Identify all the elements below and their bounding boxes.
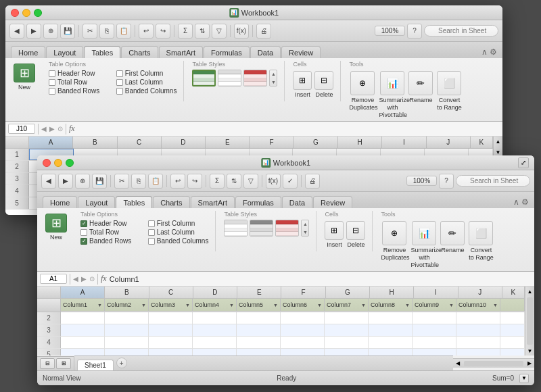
tab-smartart-front[interactable]: SmartArt <box>191 196 235 208</box>
toolbar-btn-print[interactable]: 🖨 <box>256 24 271 39</box>
checkbox-last-col-front[interactable]: Last Column <box>148 228 209 236</box>
nav-left-front[interactable]: ◀ <box>73 275 78 283</box>
col-a-back[interactable]: A <box>29 137 73 148</box>
traffic-lights-front[interactable] <box>43 159 74 167</box>
toolbar-btn-sum[interactable]: Σ <box>178 24 193 39</box>
tab-smartart-back[interactable]: SmartArt <box>159 46 203 58</box>
col-f-front[interactable]: F <box>281 287 325 298</box>
summarize-btn-back[interactable]: 📊 Summarize with PivotTable <box>379 71 406 118</box>
styles-scroll-front[interactable]: ▲ ▼ <box>301 220 309 237</box>
col-f-back[interactable]: F <box>250 137 293 148</box>
col-c-back[interactable]: C <box>118 137 162 148</box>
delete-btn-front[interactable]: ⊟ Delete <box>346 221 365 248</box>
toolbar-btn-undo[interactable]: ↩ <box>139 24 154 39</box>
col-filter-3-front[interactable]: Column3▼ <box>149 299 193 311</box>
col-e-back[interactable]: E <box>206 137 250 148</box>
style-swatch-3-back[interactable] <box>243 70 267 87</box>
tab-tables-back[interactable]: Tables <box>84 46 120 58</box>
style-swatch-1-back[interactable] <box>192 70 216 87</box>
nav-left-back[interactable]: ◀ <box>41 125 47 132</box>
minimize-button-front[interactable] <box>54 159 62 167</box>
ribbon-collapse-front[interactable]: ∧ <box>513 197 519 207</box>
tab-charts-back[interactable]: Charts <box>121 46 158 58</box>
tab-home-front[interactable]: Home <box>43 196 77 208</box>
traffic-lights-back[interactable] <box>11 9 42 17</box>
checkbox-banded-cols-back[interactable]: Banded Columns <box>116 87 177 95</box>
col-filter-1-front[interactable]: Column1▼ <box>61 299 105 311</box>
formula-input-back[interactable] <box>78 125 500 133</box>
convert-btn-back[interactable]: ⬜ Convert to Range <box>436 71 463 112</box>
col-filter-7-front[interactable]: Column7▼ <box>325 299 369 311</box>
col-filter-6-front[interactable]: Column6▼ <box>281 299 325 311</box>
style-swatch-2-front[interactable] <box>250 220 273 237</box>
col-filter-4-front[interactable]: Column4▼ <box>193 299 237 311</box>
checkbox-total-row-back[interactable]: Total Row <box>49 78 110 86</box>
nav-circle-front[interactable]: ⊙ <box>89 275 95 283</box>
toolbar-btn-fundo[interactable]: ↩ <box>170 174 185 189</box>
col-d-back[interactable]: D <box>162 137 206 148</box>
formula-input-front[interactable] <box>110 275 532 283</box>
col-e-front[interactable]: E <box>237 287 281 298</box>
add-sheet-btn-front[interactable]: + <box>116 358 127 368</box>
search-input-front[interactable] <box>456 175 530 187</box>
rename-btn-front[interactable]: ✏ Rename <box>440 221 465 254</box>
col-j-front[interactable]: J <box>458 287 502 298</box>
col-filter-10-front[interactable]: Column10▼ <box>456 299 500 311</box>
scrollbar-h-front[interactable]: ◀ ▶ <box>453 358 534 368</box>
col-k-back[interactable]: K <box>471 137 493 148</box>
toolbar-btn-formula[interactable]: f(x) <box>234 24 249 39</box>
col-b-front[interactable]: B <box>105 287 149 298</box>
col-filter-8-front[interactable]: Column8▼ <box>369 299 413 311</box>
status-dropdown-front[interactable]: ▼ <box>519 374 529 383</box>
ribbon-options-front[interactable]: ⚙ <box>521 197 529 207</box>
checkbox-header-row-front[interactable]: ✓ Header Row <box>80 220 141 227</box>
maximize-button-back[interactable] <box>34 9 42 17</box>
nav-right-back[interactable]: ▶ <box>49 125 55 132</box>
formula-fx-back[interactable]: fx <box>69 124 75 134</box>
toolbar-btn-f3[interactable]: ⊕ <box>75 174 90 189</box>
col-h-front[interactable]: H <box>370 287 414 298</box>
toolbar-btn-copy[interactable]: ⎘ <box>99 24 114 39</box>
new-button-front[interactable]: ⊞ New <box>45 214 67 241</box>
new-button-back[interactable]: ⊞ New <box>14 64 35 91</box>
scroll-up-back[interactable]: ▲ <box>494 137 502 146</box>
toolbar-btn-2[interactable]: ▶ <box>26 24 41 39</box>
view-normal-btn-front[interactable]: ⊟ <box>40 358 55 369</box>
maximize-button-front[interactable] <box>66 159 74 167</box>
checkbox-banded-rows-back[interactable]: Banded Rows <box>49 87 110 95</box>
scroll-right-front[interactable]: ▶ <box>525 359 534 368</box>
toolbar-btn-fcheckmark[interactable]: ✓ <box>283 174 298 189</box>
col-filter-9-front[interactable]: Column9▼ <box>413 299 456 311</box>
style-swatch-2-back[interactable] <box>218 70 241 87</box>
col-b-back[interactable]: B <box>73 137 117 148</box>
help-btn-front[interactable]: ? <box>439 174 454 189</box>
toolbar-btn-redo[interactable]: ↪ <box>156 24 170 39</box>
col-j-back[interactable]: J <box>427 137 471 148</box>
toolbar-btn-fsave[interactable]: 💾 <box>92 174 107 189</box>
toolbar-btn-fredo[interactable]: ↪ <box>187 174 202 189</box>
col-filter-2-front[interactable]: Column2▼ <box>105 299 149 311</box>
scrollbar-v-front[interactable]: ▲ ▼ <box>525 287 534 356</box>
col-g-back[interactable]: G <box>294 137 338 148</box>
nav-right-front[interactable]: ▶ <box>81 275 87 283</box>
tab-home-back[interactable]: Home <box>11 46 45 58</box>
toolbar-btn-fsort[interactable]: ⇅ <box>227 174 241 189</box>
nav-circle-back[interactable]: ⊙ <box>57 125 63 132</box>
tab-layout-back[interactable]: Layout <box>46 46 83 58</box>
toolbar-btn-3[interactable]: ⊕ <box>43 24 58 39</box>
col-i-front[interactable]: I <box>414 287 458 298</box>
scroll-hthumb-front[interactable] <box>464 361 523 366</box>
checkbox-header-row-back[interactable]: Header Row <box>49 70 110 77</box>
cell-ref-front[interactable]: A1 <box>40 274 67 284</box>
checkbox-first-col-back[interactable]: First Column <box>116 70 177 77</box>
toolbar-btn-f1[interactable]: ◀ <box>41 174 56 189</box>
tab-data-front[interactable]: Data <box>282 196 312 208</box>
summarize-btn-front[interactable]: 📊 Summarize with PivotTable <box>410 221 438 268</box>
sheet-tab-1-front[interactable]: Sheet1 <box>77 360 114 370</box>
close-button-back[interactable] <box>11 9 19 17</box>
checkbox-first-col-front[interactable]: First Column <box>148 220 209 227</box>
search-input-back[interactable] <box>424 25 498 36</box>
minimize-button-back[interactable] <box>22 9 30 17</box>
ribbon-collapse-back[interactable]: ∧ <box>481 47 488 57</box>
style-swatch-3-front[interactable] <box>275 220 299 237</box>
